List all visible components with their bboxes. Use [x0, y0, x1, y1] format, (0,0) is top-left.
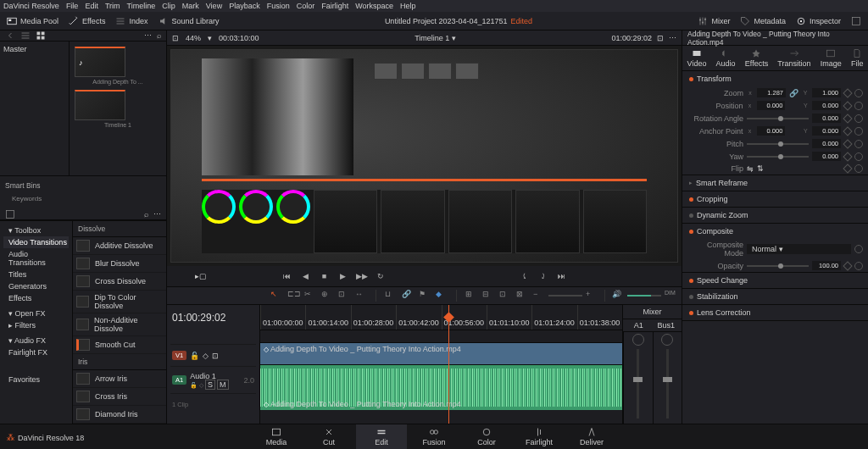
transition-item[interactable]: Additive Dissolve — [73, 237, 166, 255]
fit-dropdown[interactable]: ⊡ — [172, 34, 179, 42]
transition-item[interactable]: Cross Iris — [73, 388, 166, 406]
metadata-toggle[interactable]: Metadata — [740, 16, 786, 26]
index-toggle[interactable]: Index — [115, 16, 147, 26]
menu-item[interactable]: Mark — [182, 2, 199, 10]
zoom-in-button[interactable]: + — [586, 290, 598, 302]
transition-item[interactable]: Arrow Iris — [73, 370, 166, 388]
transition-item[interactable]: Blur Dissolve — [73, 255, 166, 273]
timeline-body[interactable]: 01:00:00:0001:00:14:0001:00:28:0001:00:4… — [260, 305, 622, 424]
mark-out-button[interactable]: ⤸ — [537, 270, 549, 282]
menu-item[interactable]: Edit — [85, 2, 98, 10]
reset-button[interactable] — [854, 245, 863, 253]
tool-icon[interactable]: ⊟ — [482, 290, 494, 302]
page-cut[interactable]: Cut — [303, 424, 354, 450]
video-track-header[interactable]: V1 🔓 ◇ ⊡ — [170, 344, 256, 366]
opacity-input[interactable]: 100.00 — [812, 261, 841, 270]
mark-in-button[interactable]: ⤹ — [519, 270, 531, 282]
effects-toggle[interactable]: Effects — [69, 16, 105, 26]
viewer[interactable] — [167, 46, 682, 266]
back-icon[interactable] — [5, 30, 15, 41]
section-toggle[interactable]: Stabilization — [682, 289, 868, 304]
tab-effects[interactable]: Effects — [745, 48, 768, 68]
snap-toggle[interactable]: ⊔ — [385, 290, 397, 302]
pitch-slider[interactable] — [747, 143, 809, 145]
zoom-y-input[interactable]: 1.000 — [812, 88, 841, 97]
tree-item[interactable]: Generators — [3, 280, 69, 292]
playhead[interactable] — [448, 305, 449, 424]
audio-clip[interactable]: ◇ Adding Depth To Video _ Putting Theory… — [260, 364, 622, 410]
section-toggle[interactable]: Composite — [682, 224, 868, 239]
pos-x-input[interactable]: 0.000 — [757, 101, 786, 110]
opacity-slider[interactable] — [747, 265, 809, 267]
menu-item[interactable]: Workspace — [355, 2, 393, 10]
keyframe-button[interactable] — [843, 88, 852, 97]
section-toggle[interactable]: ▸Smart Reframe — [682, 175, 868, 191]
clip-thumbnail[interactable]: ♪ — [75, 47, 125, 77]
page-deliver[interactable]: Deliver — [566, 424, 617, 450]
timeline-name[interactable]: Timeline 1 — [415, 34, 449, 42]
reset-button[interactable] — [854, 152, 863, 161]
media-pool-toggle[interactable]: Media Pool — [7, 16, 58, 26]
insert-tool[interactable]: ⊕ — [321, 290, 333, 302]
lock-icon[interactable]: 🔓 — [190, 352, 199, 360]
tool-icon[interactable]: ⊡ — [499, 290, 511, 302]
stop-button[interactable]: ■ — [319, 270, 331, 282]
next-frame-button[interactable]: ▶▶ — [356, 270, 368, 282]
page-color[interactable]: Color — [461, 424, 512, 450]
reset-button[interactable] — [854, 114, 863, 123]
menu-item[interactable]: Clip — [162, 2, 175, 10]
keyframe-button[interactable] — [843, 152, 852, 161]
keyframe-button[interactable] — [843, 139, 852, 148]
yaw-input[interactable]: 0.000 — [812, 152, 841, 161]
tool-icon[interactable]: ⊠ — [516, 290, 528, 302]
search-icon[interactable]: ⌕ — [144, 210, 148, 219]
zoom-x-input[interactable]: 1.287 — [757, 88, 786, 97]
viewer-options-icon[interactable]: ⊡ — [657, 34, 664, 42]
menu-item[interactable]: Fairlight — [321, 2, 348, 10]
menu-item[interactable]: Fusion — [267, 2, 290, 10]
tree-item[interactable]: Video Transitions — [3, 236, 69, 248]
link-toggle[interactable]: 🔗 — [402, 290, 414, 302]
zoom-slider[interactable] — [548, 295, 582, 297]
page-fairlight[interactable]: Fairlight — [514, 424, 565, 450]
reset-button[interactable] — [854, 164, 863, 173]
keyframe-button[interactable] — [843, 164, 852, 173]
rotation-input[interactable]: 0.000 — [812, 114, 841, 123]
tab-image[interactable]: Image — [821, 48, 842, 68]
tree-item[interactable]: Titles — [3, 269, 69, 280]
overwrite-tool[interactable]: ⊡ — [338, 290, 350, 302]
section-toggle[interactable]: Speed Change — [682, 273, 868, 288]
trim-tool[interactable]: ⊏⊐ — [287, 290, 299, 302]
transition-item[interactable]: Smooth Cut — [73, 336, 166, 354]
flip-v-button[interactable]: ⇅ — [757, 164, 764, 173]
menu-item[interactable]: Playback — [229, 2, 260, 10]
timeline-timecode[interactable]: 01:00:29:02 — [170, 308, 256, 332]
menu-item[interactable]: Help — [400, 2, 416, 10]
tab-transition[interactable]: Transition — [777, 48, 810, 68]
reset-button[interactable] — [854, 262, 863, 270]
yaw-slider[interactable] — [747, 156, 809, 158]
first-frame-button[interactable]: ⏮ — [281, 270, 293, 282]
bin-tree[interactable]: Master — [0, 42, 70, 175]
loop-button[interactable]: ↻ — [375, 270, 387, 282]
page-fusion[interactable]: Fusion — [409, 424, 459, 450]
volume-slider[interactable] — [627, 295, 661, 297]
mixer-channel[interactable] — [653, 332, 682, 424]
tree-item[interactable]: Fairlight FX — [3, 346, 69, 358]
keyframe-button[interactable] — [843, 126, 852, 136]
tree-item[interactable]: ▸ Filters — [3, 319, 69, 331]
pos-y-input[interactable]: 0.000 — [812, 101, 841, 110]
zoom-level[interactable]: 44% — [186, 34, 201, 42]
section-toggle[interactable]: Dynamic Zoom — [682, 208, 868, 223]
tab-file[interactable]: File — [851, 48, 864, 68]
play-button[interactable]: ▶ — [337, 270, 349, 282]
disable-icon[interactable]: ⊡ — [212, 352, 219, 360]
pitch-input[interactable]: 0.000 — [812, 139, 841, 148]
sound-library-toggle[interactable]: Sound Library — [158, 16, 219, 26]
section-toggle[interactable]: Cropping — [682, 191, 868, 207]
video-clip[interactable]: ◇ Adding Depth To Video _ Putting Theory… — [260, 342, 622, 364]
tool-icon[interactable]: ⊞ — [465, 290, 477, 302]
reset-button[interactable] — [854, 140, 863, 148]
last-frame-button[interactable]: ⏭ — [556, 270, 568, 282]
menu-item[interactable]: Color — [297, 2, 315, 10]
